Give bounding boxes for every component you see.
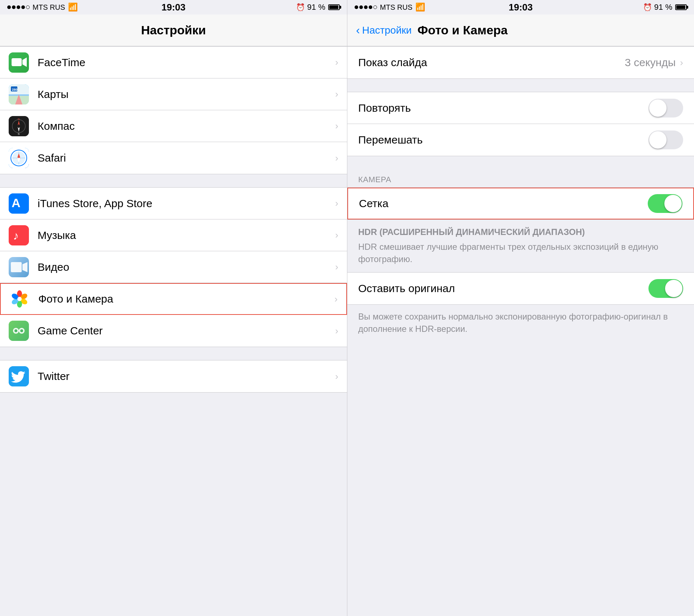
shuffle-toggle-knob [649,131,667,149]
right-signal-dots [355,5,377,9]
left-nav-header: Настройки [0,14,347,46]
video-svg [9,257,29,277]
repeat-shuffle-section: Повторять Перемешать [347,92,694,156]
right-carrier-signal: MTS RUS 📶 [355,3,425,12]
section-group-1: FaceTime › 280 Карты › [0,46,347,174]
compass-chevron: › [335,120,338,132]
grid-toggle[interactable] [648,194,682,213]
safari-label: Safari [38,152,335,164]
svg-rect-27 [11,262,22,272]
alarm-icon: ⏰ [296,3,305,12]
keep-original-description: Вы можете сохранить нормально экспониров… [347,305,694,343]
repeat-toggle[interactable] [648,99,683,117]
keep-original-label: Оставить оригинал [358,282,648,295]
maps-label: Карты [38,88,335,100]
gamecenter-svg [9,321,29,341]
settings-item-keep-original[interactable]: Оставить оригинал [347,273,694,304]
rdot5 [373,5,377,9]
slideshow-section: Показ слайда 3 секунды › [347,46,694,79]
settings-item-slideshow[interactable]: Показ слайда 3 секунды › [347,47,694,78]
settings-item-shuffle[interactable]: Перемешать [347,124,694,156]
keep-original-toggle-knob [665,280,682,297]
camera-section: Сетка [347,187,694,220]
battery-fill [329,5,338,9]
gamecenter-icon [9,321,29,341]
maps-svg: 280 [9,84,29,104]
settings-item-compass[interactable]: N S Компас › [0,110,347,142]
dot3 [17,5,20,9]
video-icon [9,257,29,277]
settings-item-safari[interactable]: Safari › [0,142,347,174]
rdot1 [355,5,358,9]
left-panel: MTS RUS 📶 19:03 ⏰ 91 % Настройки [0,0,347,616]
section-group-3: Twitter › [0,360,347,393]
settings-item-repeat[interactable]: Повторять [347,92,694,124]
slideshow-chevron: › [680,57,683,68]
right-battery-fill [676,5,685,9]
hdr-description: HDR смешивает лучшие фрагменты трех отде… [358,241,683,265]
settings-item-music[interactable]: ♪ Музыка › [0,219,347,251]
right-settings-list: Показ слайда 3 секунды › Повторять Перем… [347,46,694,616]
back-button[interactable]: ‹ Настройки [356,23,412,37]
settings-item-appstore[interactable]: A iTunes Store, App Store › [0,188,347,219]
maps-chevron: › [335,89,338,100]
twitter-icon [9,366,29,386]
repeat-label: Повторять [358,102,648,114]
settings-item-photos[interactable]: Фото и Камера › [0,283,347,315]
right-time: 19:03 [509,2,533,13]
right-panel: MTS RUS 📶 19:03 ⏰ 91 % ‹ Настройки Фото … [347,0,694,616]
shuffle-label: Перемешать [358,134,648,146]
svg-rect-24 [9,225,29,245]
keep-original-toggle[interactable] [648,279,683,298]
settings-item-facetime[interactable]: FaceTime › [0,47,347,78]
photos-icon [9,289,30,309]
grid-label: Сетка [359,197,648,210]
dot2 [12,5,16,9]
gamecenter-chevron: › [335,325,338,337]
svg-text:N: N [18,117,20,121]
facetime-chevron: › [335,57,338,68]
settings-item-grid[interactable]: Сетка [347,188,694,219]
appstore-svg: A [9,193,29,214]
back-label: Настройки [362,25,412,36]
compass-icon: N S [9,116,29,136]
bottom-gap-left [0,393,347,465]
music-label: Музыка [38,229,335,241]
section-group-2: A iTunes Store, App Store › ♪ Музыка › [0,187,347,347]
svg-text:280: 280 [12,88,17,91]
video-chevron: › [335,261,338,273]
music-chevron: › [335,230,338,241]
safari-chevron: › [335,153,338,164]
facetime-label: FaceTime [38,56,335,69]
right-alarm-icon: ⏰ [643,3,652,12]
twitter-chevron: › [335,371,338,382]
hdr-section: HDR (РАСШИРЕННЫЙ ДИНАМИЧЕСКИЙ ДИАПАЗОН) … [347,220,694,272]
keep-original-section: Оставить оригинал [347,272,694,305]
slideshow-value: 3 секунды [625,56,676,69]
svg-text:A: A [12,196,21,210]
svg-text:S: S [18,132,20,136]
signal-dots [7,5,30,9]
settings-item-maps[interactable]: 280 Карты › [0,78,347,110]
music-icon: ♪ [9,225,29,245]
svg-point-36 [17,297,22,301]
hdr-title: HDR (РАСШИРЕННЫЙ ДИНАМИЧЕСКИЙ ДИАПАЗОН) [358,227,683,237]
dot5 [26,5,30,9]
gamecenter-label: Game Center [38,325,335,337]
settings-item-twitter[interactable]: Twitter › [0,360,347,392]
left-nav-title: Настройки [141,23,206,37]
shuffle-toggle[interactable] [648,131,683,149]
svg-rect-1 [12,58,22,66]
settings-item-gamecenter[interactable]: Game Center › [0,315,347,347]
rdot3 [364,5,368,9]
left-settings-list: FaceTime › 280 Карты › [0,46,347,616]
repeat-toggle-knob [649,99,667,117]
photos-label: Фото и Камера [38,293,334,305]
settings-item-video[interactable]: Видео › [0,251,347,283]
chevron-left-icon: ‹ [356,23,360,37]
dot4 [21,5,25,9]
left-time: 19:03 [162,2,186,13]
right-battery-label: 91 % [654,3,672,12]
compass-svg: N S [9,116,29,136]
battery-icon [328,4,340,10]
